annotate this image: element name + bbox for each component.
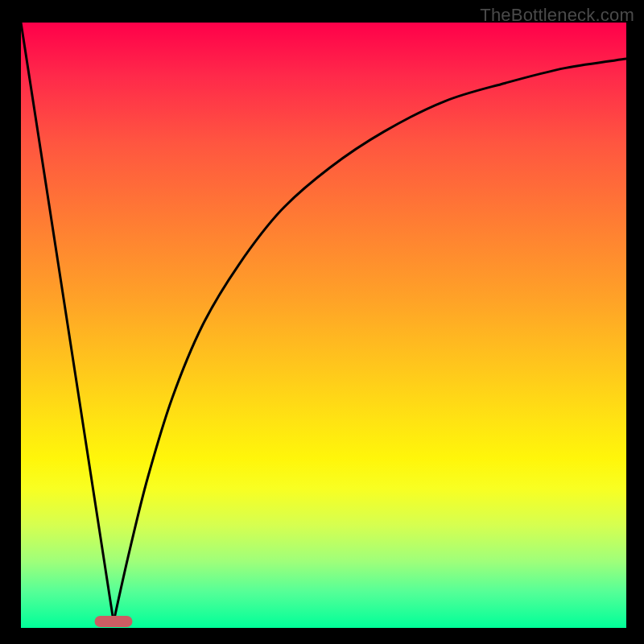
chart-frame: TheBottleneck.com: [0, 0, 644, 644]
vertex-marker: [95, 616, 133, 627]
left-branch-curve: [21, 23, 114, 622]
watermark-text: TheBottleneck.com: [480, 5, 634, 26]
plot-area: [21, 23, 626, 628]
curve-layer: [21, 23, 626, 628]
right-branch-curve: [114, 59, 626, 621]
